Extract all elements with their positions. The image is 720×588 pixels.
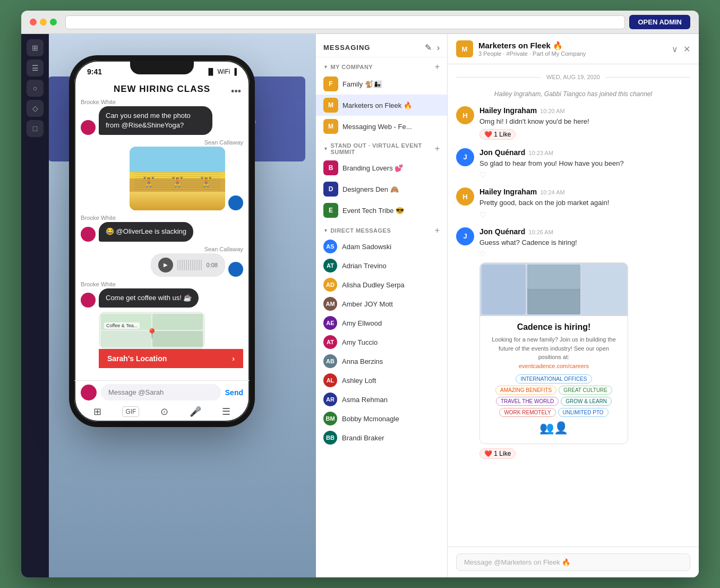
messaging-header: MESSAGING ✎ › [316, 34, 447, 57]
play-button[interactable]: ▶ [158, 258, 173, 272]
address-bar[interactable] [65, 15, 625, 29]
nav-icon-4[interactable]: ◇ [27, 100, 44, 117]
jon-time-1: 10:23 AM [528, 150, 553, 156]
phone-msg-brooke-name-3: Brooke White [81, 281, 243, 287]
phone-message-input[interactable] [101, 384, 221, 400]
jon-avatar-2: J [456, 227, 474, 245]
channel-messaging-web-name: Messaging Web - Fe... [342, 123, 412, 131]
dm-amber[interactable]: AM Amber JOY Mott [316, 294, 447, 313]
phone-time: 9:41 [87, 67, 102, 76]
dm-alisha-name: Alisha Dudley Serpa [342, 281, 405, 289]
hiring-card-title: Cadence is hiring! [486, 322, 621, 332]
dm-amy-e[interactable]: AE Amy Ellwood [316, 313, 447, 333]
mic-button[interactable]: 🎤 [190, 406, 201, 417]
phone-msg-sean-name-1: Sean Callaway [81, 139, 243, 146]
dm-asma[interactable]: AR Asma Rehman [316, 390, 447, 409]
dm-adrian[interactable]: AT Adrian Trevino [316, 256, 447, 275]
jon-like-button-1[interactable]: ♡ [479, 171, 486, 179]
add-stand-out-channel-button[interactable]: + [435, 144, 440, 153]
phone-chat-title: NEW HIRING CLASS [83, 84, 241, 95]
hailey-like-button-2[interactable]: ♡ [479, 210, 486, 219]
list-button[interactable]: ☰ [222, 406, 230, 417]
send-arrow-button[interactable]: ⊙ [160, 406, 168, 417]
dm-bobby[interactable]: BM Bobby Mcmonagle [316, 409, 447, 428]
phone-input-bar: Send [74, 380, 250, 404]
browser-toolbar: OPEN ADMIN [21, 11, 699, 34]
phone-bubble-brooke-1: Can you send me the photo from @Rise&Shi… [99, 106, 212, 135]
add-channel-button[interactable]: + [435, 63, 440, 71]
dm-brandi-name: Brandi Braker [342, 434, 384, 442]
hiring-card: Cadence is hiring! Looking for a new fam… [479, 262, 628, 444]
hailey-msg-meta: Hailey Ingraham 10:20 AM [479, 106, 690, 115]
tag-international: INTERNATIONAL OFFICES [516, 374, 592, 384]
hiring-card-link[interactable]: eventcadence.com/careers [519, 363, 589, 369]
phone-msg-row-brooke-1: Can you send me the photo from @Rise&Shi… [81, 106, 243, 135]
phone-toolbar: ⊞ GIF ⊙ 🎤 ☰ [74, 404, 250, 422]
dm-arrow: ▼ [323, 228, 328, 233]
phone-send-label[interactable]: Send [225, 388, 243, 397]
open-admin-button[interactable]: OPEN ADMIN [629, 15, 690, 29]
minimize-button[interactable] [40, 19, 47, 25]
stand-out-channels: B Branding Lovers 💕 D Designers Den 🙈 E … [316, 157, 447, 221]
close-button[interactable] [30, 19, 37, 25]
channel-family[interactable]: F Family 🐒👩‍👧 [316, 73, 447, 95]
phone-msg-sean-image: Sean Callaway 🏋️🏋️🏋️ [81, 139, 243, 210]
sarah-location-label: Sarah's Location [107, 354, 167, 363]
collapse-chat-button[interactable]: ∨ [672, 44, 678, 54]
hailey-time-1: 10:20 AM [540, 108, 564, 114]
nav-icon-2[interactable]: ☰ [27, 59, 44, 76]
dm-ashley[interactable]: AL Ashley Loft [316, 371, 447, 390]
dm-brandi[interactable]: BB Brandi Braker [316, 428, 447, 447]
dm-adam[interactable]: AS Adam Sadowski [316, 237, 447, 256]
chat-header-info: Marketers on Fleek 🔥 3 People · #Private… [478, 41, 666, 57]
sarah-location-button[interactable]: Sarah's Location › [99, 349, 243, 368]
phone-brooke-avatar-3 [81, 293, 96, 308]
phone-chat-header: NEW HIRING CLASS ••• [74, 80, 250, 97]
chat-footer: Message @Marketers on Fleek 🔥 [448, 547, 699, 577]
phone-sean-avatar-1 [228, 195, 243, 210]
dm-alisha[interactable]: AD Alisha Dudley Serpa [316, 275, 447, 294]
channel-designers[interactable]: D Designers Den 🙈 [316, 178, 447, 200]
hiring-card-desc: Looking for a new family? Join us in bui… [486, 335, 621, 370]
location-map: 📍 Coffee & Tea... [99, 312, 205, 349]
hiring-card-body: Cadence is hiring! Looking for a new fam… [480, 316, 628, 444]
phone-brooke-avatar-2 [81, 227, 96, 242]
dm-anna[interactable]: AB Anna Berzins [316, 352, 447, 371]
chat-input-row[interactable]: Message @Marketers on Fleek 🔥 [456, 553, 690, 571]
phone-brooke-avatar-1 [81, 120, 96, 135]
beach-image: 🏋️🏋️🏋️ [130, 147, 225, 210]
compose-button[interactable]: ✎ [425, 42, 432, 53]
maximize-button[interactable] [50, 19, 57, 25]
phone-sean-avatar-2 [228, 262, 243, 277]
phone-msg-sean-name-2: Sean Callaway [81, 246, 243, 252]
message-hailey-2: H Hailey Ingraham 10:24 AM Pretty good, … [456, 188, 690, 219]
channel-messaging-web[interactable]: M Messaging Web - Fe... [316, 116, 447, 137]
channel-branding-avatar: B [323, 160, 338, 175]
hailey-text-1: Omg hi! I didn't know you'd be here! [479, 116, 690, 127]
plus-toolbar-button[interactable]: ⊞ [93, 406, 101, 417]
gif-button[interactable]: GIF [122, 406, 139, 417]
my-company-arrow: ▼ [323, 64, 328, 70]
jon-message-2-content: Jon Quénard 10:26 AM Guess what? Cadence… [479, 227, 690, 459]
hiring-reaction[interactable]: ❤️ 1 Like [479, 448, 516, 459]
channel-branding[interactable]: B Branding Lovers 💕 [316, 157, 447, 178]
dm-amy-t-avatar: AT [323, 335, 337, 349]
nav-icon[interactable]: ⊞ [27, 39, 44, 56]
phone-chat-menu-icon[interactable]: ••• [231, 86, 241, 97]
channel-event-tech[interactable]: E Event Tech Tribe 😎 [316, 200, 447, 221]
add-dm-button[interactable]: + [435, 226, 440, 235]
hailey-avatar-2: H [456, 188, 474, 206]
tag-culture: GREAT CULTURE [559, 386, 612, 395]
expand-button[interactable]: › [437, 43, 440, 53]
phone-location-container: 📍 Coffee & Tea... Sarah's Location › [99, 312, 243, 368]
channel-marketers[interactable]: M Marketers on Fleek 🔥 [316, 95, 447, 116]
hailey-reaction[interactable]: ❤️ 1 Like [479, 129, 516, 140]
jon-like-button-2[interactable]: ♡ [479, 250, 486, 258]
nav-icon-3[interactable]: ○ [27, 80, 44, 97]
channel-designers-avatar: D [323, 182, 338, 197]
browser-window: OPEN ADMIN ⊞ ☰ ○ ◇ □ Stand Out · Virtual… [21, 11, 699, 577]
dm-amy-t[interactable]: AT Amy Tuccio [316, 333, 447, 352]
nav-icon-5[interactable]: □ [27, 120, 44, 137]
close-chat-button[interactable]: ✕ [683, 44, 690, 54]
direct-messages-list: AS Adam Sadowski AT Adrian Trevino AD Al… [316, 237, 447, 577]
